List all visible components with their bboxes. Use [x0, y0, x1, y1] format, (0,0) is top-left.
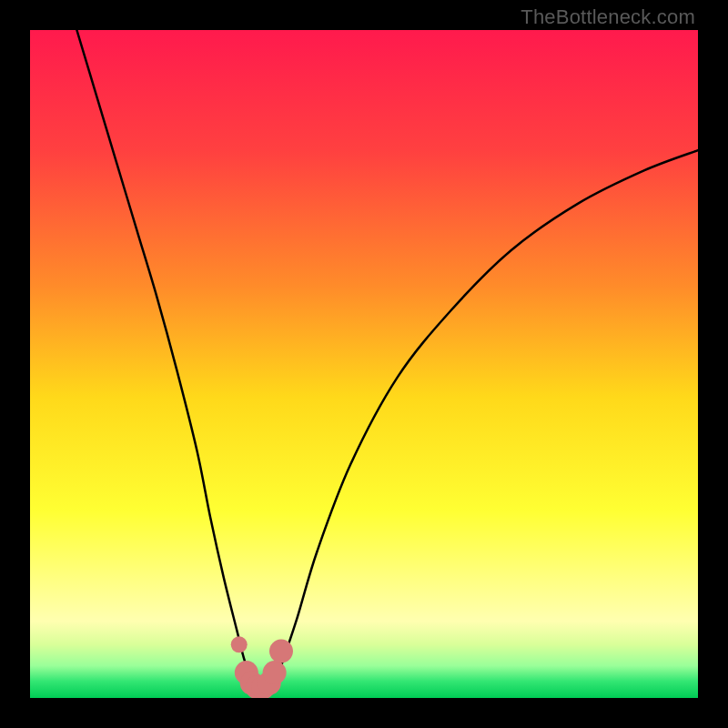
- watermark-text: TheBottleneck.com: [521, 5, 695, 29]
- highlight-markers: [231, 636, 293, 698]
- chart-frame: TheBottleneck.com: [0, 0, 728, 728]
- highlight-point: [231, 636, 248, 652]
- plot-area: [30, 30, 698, 698]
- curve-layer: [30, 30, 698, 698]
- highlight-point: [263, 661, 287, 684]
- highlight-point: [269, 640, 293, 663]
- bottleneck-curve: [76, 30, 698, 692]
